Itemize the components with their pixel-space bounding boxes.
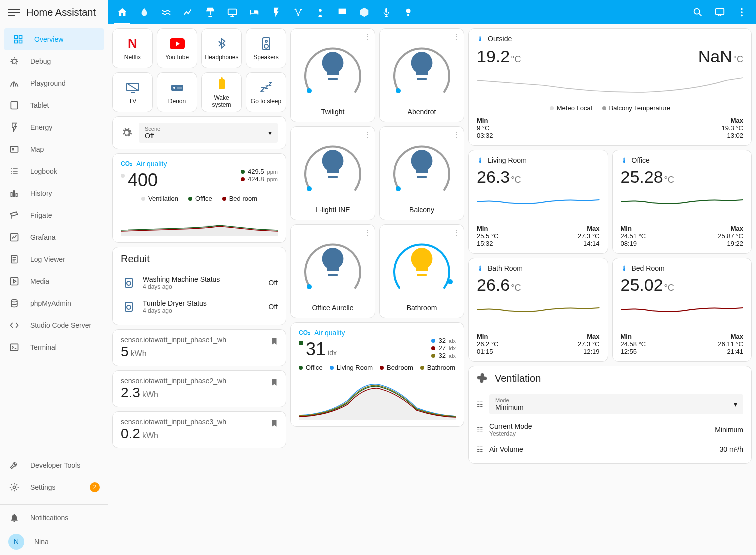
light-l-lightline[interactable]: ⋮ L-lightLINE — [290, 126, 375, 220]
sensor-card[interactable]: sensor.iotawatt_input_phase3_wh0.2kWh — [112, 411, 286, 448]
vent-label: Current Mode — [489, 422, 709, 430]
temp-card-bed-room[interactable]: 🌡Bed Room 25.02°C Min24.58 °C12:55 Max26… — [612, 258, 752, 362]
dot-icon — [299, 366, 303, 370]
tab-water[interactable] — [134, 0, 154, 24]
light-balcony[interactable]: ⋮ Balcony — [379, 126, 464, 220]
ventilation-row[interactable]: ☷Air Volume30 m³/h — [477, 441, 743, 457]
tab-mic[interactable] — [376, 0, 396, 24]
tab-hub[interactable] — [288, 0, 308, 24]
map-icon — [8, 143, 20, 155]
light-ring[interactable] — [389, 37, 454, 102]
launch-speakers[interactable]: Speakers — [246, 28, 286, 68]
assist-button[interactable] — [710, 0, 730, 24]
tab-flower[interactable] — [310, 0, 330, 24]
launch-headphones[interactable]: Headphones — [201, 28, 242, 68]
svg-rect-2 — [15, 40, 18, 43]
sensor-card[interactable]: sensor.iotawatt_input_phase2_wh2.3kWh — [112, 370, 286, 407]
launch-label: Wake system — [204, 94, 239, 109]
sidebar-item-history[interactable]: History — [0, 182, 108, 204]
tab-camera[interactable] — [398, 0, 418, 24]
temp-chart — [477, 191, 600, 221]
light-ring[interactable] — [300, 233, 365, 298]
tab-bed[interactable] — [244, 0, 264, 24]
ventilation-row[interactable]: ☷Current ModeYesterdayMinimum — [477, 418, 743, 441]
tab-flash[interactable] — [266, 0, 286, 24]
sensor-value: 2.3 — [121, 385, 140, 400]
entity-row[interactable]: Tumble Dryer Status4 days agoOff — [121, 295, 278, 319]
gear-icon[interactable] — [121, 127, 133, 139]
legend-label: Bedroom — [387, 364, 413, 371]
light-ring[interactable] — [300, 37, 365, 102]
ventilation-title: Ventilation — [495, 373, 541, 384]
sidebar-item-phpmyadmin[interactable]: phpMyAdmin — [0, 292, 108, 314]
scene-select[interactable]: Scene Off ▾ — [139, 123, 278, 143]
tab-home[interactable] — [112, 0, 132, 24]
launch-denon[interactable]: Denon — [157, 72, 197, 112]
ventilation-mode-select[interactable]: Mode Minimum ▾ — [489, 394, 743, 414]
tab-monitor[interactable] — [332, 0, 352, 24]
sidebar-item-developer-tools[interactable]: Developer Tools — [0, 454, 108, 476]
sidebar-item-playground[interactable]: Playground — [0, 72, 108, 94]
sidebar-item-label: Media — [30, 277, 49, 285]
outside-val2: NaN — [698, 47, 732, 66]
tab-lamp[interactable] — [200, 0, 220, 24]
co2-icon: CO₂ — [121, 160, 132, 167]
launch-go-to-sleep[interactable]: zzzGo to sleep — [246, 72, 286, 112]
sidebar-item-map[interactable]: Map — [0, 138, 108, 160]
tab-waves[interactable] — [156, 0, 176, 24]
light-office-aurelle[interactable]: ⋮ Office Aurelle — [290, 224, 375, 318]
launch-youtube[interactable]: YouTube — [157, 28, 197, 68]
tablet-icon — [8, 99, 20, 111]
tab-cube[interactable] — [354, 0, 374, 24]
svg-point-29 — [741, 15, 743, 17]
search-button[interactable] — [688, 0, 708, 24]
launch-wake-system[interactable]: Wake system — [201, 72, 242, 112]
grass-icon — [8, 77, 20, 89]
sensor-card[interactable]: sensor.iotawatt_input_phase1_wh5kWh — [112, 329, 286, 366]
sidebar-user[interactable]: N Nina — [0, 529, 108, 555]
air-quality-title: Air quality — [314, 329, 345, 337]
sidebar-item-debug[interactable]: Debug — [0, 50, 108, 72]
co2-icon: CO₂ — [299, 329, 310, 336]
svg-rect-40 — [125, 278, 132, 287]
air-quality-card-1: CO₂ Air quality 400 429.5ppm424.8ppm Ven… — [112, 153, 286, 243]
temp-card-office[interactable]: 🌡Office 25.28°C Min24.51 °C08:19 Max25.8… — [612, 150, 752, 254]
more-button[interactable] — [732, 0, 752, 24]
chevron-down-icon: ▾ — [734, 400, 737, 408]
light-abendrot[interactable]: ⋮ Abendrot — [379, 28, 464, 122]
launch-icon — [258, 36, 274, 52]
sidebar-notifications[interactable]: Notifications — [0, 507, 108, 529]
light-ring[interactable] — [389, 233, 454, 298]
light-bathroom[interactable]: ⋮ Bathroom — [379, 224, 464, 318]
sidebar-item-settings[interactable]: Settings2 — [0, 476, 108, 498]
dot-icon — [380, 366, 384, 370]
sidebar-item-frigate[interactable]: Frigate — [0, 204, 108, 226]
entity-name: Tumble Dryer Status — [143, 299, 263, 307]
sidebar-item-media[interactable]: Media — [0, 270, 108, 292]
light-ring[interactable] — [389, 135, 454, 200]
entity-row[interactable]: Washing Machine Status4 days agoOff — [121, 271, 278, 295]
svg-point-32 — [265, 40, 267, 42]
launch-tv[interactable]: TV — [112, 72, 153, 112]
sidebar-item-log-viewer[interactable]: Log Viewer — [0, 248, 108, 270]
air-quality-card-2: CO₂ Air quality 31 idx 32idx27idx32idx O… — [290, 322, 464, 427]
sidebar-item-terminal[interactable]: Terminal — [0, 336, 108, 358]
light-ring[interactable] — [300, 135, 365, 200]
launch-netflix[interactable]: NNetflix — [112, 28, 153, 68]
sidebar-item-tablet[interactable]: Tablet — [0, 94, 108, 116]
temp-card-bath-room[interactable]: 🌡Bath Room 26.6°C Min26.2 °C01:15 Max27.… — [468, 258, 608, 362]
sidebar-item-overview[interactable]: Overview — [4, 28, 104, 50]
sidebar-item-studio-code-server[interactable]: Studio Code Server — [0, 314, 108, 336]
sidebar-item-energy[interactable]: Energy — [0, 116, 108, 138]
tab-chart[interactable] — [178, 0, 198, 24]
entity-sub: 4 days ago — [143, 307, 263, 314]
temp-card-living-room[interactable]: 🌡Living Room 26.3°C Min25.5 °C15:32 Max2… — [468, 150, 608, 254]
light-twilight[interactable]: ⋮ Twilight — [290, 28, 375, 122]
tab-tv[interactable] — [222, 0, 242, 24]
dot-icon — [141, 197, 145, 201]
menu-toggle-icon[interactable] — [8, 6, 20, 18]
divider — [0, 448, 108, 448]
temp-value: 25.02 — [621, 275, 663, 294]
sidebar-item-grafana[interactable]: Grafana — [0, 226, 108, 248]
sidebar-item-logbook[interactable]: Logbook — [0, 160, 108, 182]
